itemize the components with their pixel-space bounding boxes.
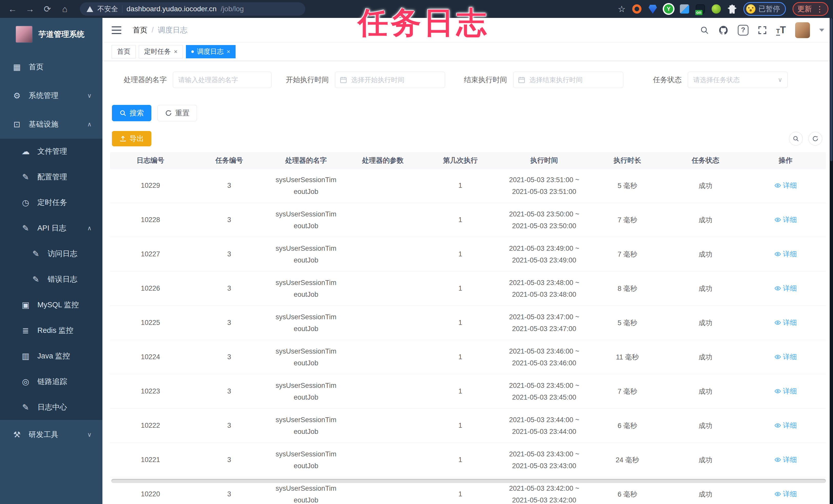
dark-mode-extension-icon[interactable]	[648, 4, 657, 14]
scrollbar-thumb[interactable]	[830, 18, 832, 161]
kebab-menu-icon[interactable]: ⋮	[816, 5, 824, 14]
column-header: 执行时间	[499, 156, 589, 165]
sidebar-item-error-log[interactable]: ✎ 错误日志	[0, 267, 102, 292]
fullscreen-icon[interactable]	[758, 26, 767, 35]
column-header: 处理器的参数	[344, 156, 421, 165]
app-logo-image	[15, 26, 33, 43]
github-icon[interactable]	[718, 25, 729, 35]
detail-link[interactable]: 详细	[775, 215, 797, 224]
detail-link[interactable]: 详细	[775, 352, 797, 361]
back-icon[interactable]: ←	[8, 4, 18, 14]
cell-execute-time: 2021-05-03 23:50:00 ~2021-05-03 23:50:00	[499, 208, 589, 232]
profile-paused-pill[interactable]: 已暂停	[743, 2, 786, 16]
cell-execute-index: 1	[421, 319, 499, 327]
tag-view-bar: 首页 定时任务 × 调度日志 ×	[102, 43, 833, 61]
close-icon[interactable]: ×	[174, 48, 177, 55]
cell-task-id: 3	[191, 490, 268, 498]
tab-scheduled-tasks[interactable]: 定时任务 ×	[139, 45, 183, 58]
adblocker-extension-icon[interactable]	[632, 4, 641, 14]
cell-log-id: 10221	[110, 456, 191, 464]
chevron-down-icon[interactable]	[819, 29, 824, 32]
cell-actions: 详细	[745, 421, 826, 431]
sidebar-item-access-log[interactable]: ✎ 访问日志	[0, 241, 102, 267]
sidebar-item-log-center[interactable]: ✎ 日志中心	[0, 395, 102, 420]
cell-execute-time: 2021-05-03 23:43:00 ~2021-05-03 23:43:00	[499, 448, 589, 472]
sidebar-item-file[interactable]: ☁ 文件管理	[0, 138, 102, 164]
detail-link[interactable]: 详细	[775, 455, 797, 464]
cell-status: 成功	[666, 216, 745, 225]
home-icon[interactable]: ⌂	[60, 4, 70, 14]
user-avatar[interactable]	[795, 22, 810, 38]
task-status-select[interactable]: 请选择任务状态 ∨	[688, 72, 788, 88]
sidebar-item-java[interactable]: ▥ Java 监控	[0, 343, 102, 369]
cell-status: 成功	[666, 353, 745, 362]
cell-handler-name: sysUserSessionTimeoutJob	[268, 448, 344, 472]
sidebar-item-trace[interactable]: ◎ 链路追踪	[0, 369, 102, 395]
detail-link[interactable]: 详细	[775, 284, 797, 293]
tampermonkey-extension-icon[interactable]: on	[696, 4, 705, 14]
annotation-title: 任务日志	[358, 3, 489, 44]
filter-end-time: 结束执行时间	[464, 72, 623, 88]
detail-link[interactable]: 详细	[775, 386, 797, 396]
forward-icon[interactable]: →	[25, 4, 35, 14]
sidebar-item-redis[interactable]: ≣ Redis 监控	[0, 318, 102, 343]
detail-link[interactable]: 详细	[775, 181, 797, 190]
search-button[interactable]: 搜索	[112, 105, 151, 121]
cell-log-id: 10227	[110, 250, 191, 258]
search-icon[interactable]	[700, 26, 709, 35]
browser-scrollbar[interactable]	[830, 18, 833, 504]
tab-home[interactable]: 首页	[112, 45, 136, 58]
breadcrumb-home[interactable]: 首页	[133, 25, 147, 35]
browser-update-button[interactable]: 更新 ⋮	[792, 2, 828, 16]
tab-grid-extension-icon[interactable]	[680, 4, 689, 14]
reload-icon[interactable]: ⟳	[43, 4, 52, 14]
y-extension-icon[interactable]: Y	[664, 4, 673, 14]
refresh-button[interactable]	[808, 132, 822, 146]
hamburger-icon[interactable]	[112, 26, 121, 34]
sidebar-item-job[interactable]: ◷ 定时任务	[0, 190, 102, 216]
cell-duration: 8 毫秒	[589, 284, 666, 293]
start-time-input[interactable]	[335, 72, 445, 88]
export-button[interactable]: 导出	[112, 131, 151, 146]
font-size-icon[interactable]: TT	[776, 25, 786, 35]
cell-execute-time: 2021-05-03 23:48:00 ~2021-05-03 23:48:00	[499, 277, 589, 300]
tab-schedule-log[interactable]: 调度日志 ×	[186, 45, 236, 58]
sidebar-item-dev-tools[interactable]: ⚒ 研发工具 ∨	[0, 420, 102, 449]
close-icon[interactable]: ×	[227, 48, 230, 55]
sidebar-item-config[interactable]: ✎ 配置管理	[0, 164, 102, 190]
cell-log-id: 10226	[110, 284, 191, 293]
help-icon[interactable]: ?	[738, 25, 748, 35]
extensions-puzzle-icon[interactable]	[728, 4, 737, 14]
sidebar-item-home[interactable]: ▦ 首页	[0, 53, 102, 81]
detail-link[interactable]: 详细	[775, 249, 797, 259]
sidebar-item-api-log[interactable]: ✎ API 日志 ∧	[0, 216, 102, 241]
cell-execute-index: 1	[421, 216, 499, 224]
bookmark-star-icon[interactable]: ☆	[618, 4, 625, 14]
detail-link[interactable]: 详细	[775, 318, 797, 327]
proxy-extension-icon[interactable]	[712, 4, 721, 14]
divider	[122, 5, 122, 13]
sidebar-item-mysql[interactable]: ▣ MySQL 监控	[0, 292, 102, 318]
reset-button[interactable]: 重置	[158, 105, 197, 121]
sidebar-item-infra[interactable]: ⊡ 基础设施 ∧	[0, 110, 102, 138]
cell-duration: 5 毫秒	[589, 181, 666, 190]
cell-actions: 详细	[745, 489, 826, 499]
insecure-warning-icon	[87, 6, 93, 12]
detail-link[interactable]: 详细	[775, 489, 797, 499]
cell-status: 成功	[666, 455, 745, 464]
table-row: 10221 3 sysUserSessionTimeoutJob 1 2021-…	[110, 443, 826, 477]
menu-item-icon: ✎	[21, 223, 31, 233]
cell-status: 成功	[666, 284, 745, 293]
menu-item-label: 访问日志	[48, 249, 77, 259]
cell-handler-name: sysUserSessionTimeoutJob	[268, 243, 344, 266]
handler-name-input[interactable]	[173, 72, 271, 88]
sidebar-item-system[interactable]: ⚙ 系统管理 ∨	[0, 81, 102, 110]
menu-item-icon: ✎	[31, 249, 41, 259]
address-bar[interactable]: 不安全 dashboard.yudao.iocoder.cn/job/log	[80, 2, 305, 16]
horizontal-scrollbar[interactable]	[111, 479, 826, 483]
end-time-input[interactable]	[513, 72, 623, 88]
detail-link[interactable]: 详细	[775, 421, 797, 430]
toggle-search-button[interactable]	[789, 132, 803, 146]
table-row: 10225 3 sysUserSessionTimeoutJob 1 2021-…	[110, 306, 826, 340]
cell-log-id: 10224	[110, 353, 191, 361]
